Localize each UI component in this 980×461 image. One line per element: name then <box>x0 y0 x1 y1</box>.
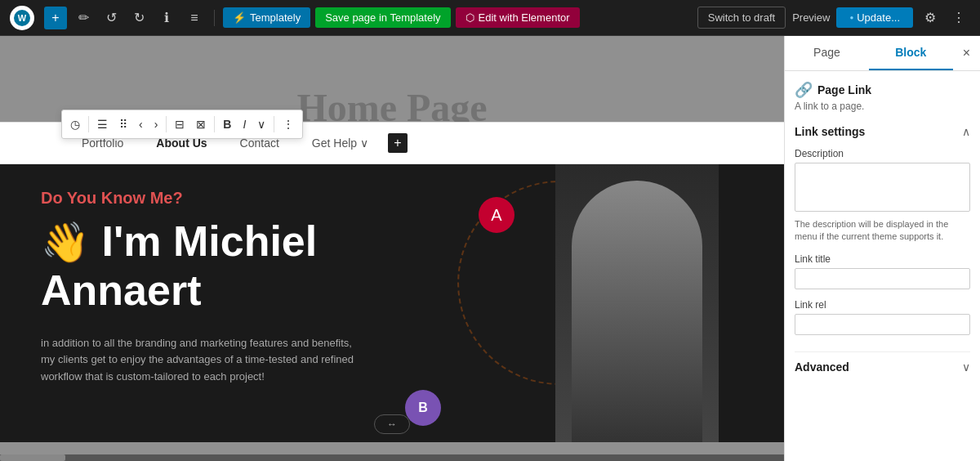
toolbar-options-btn[interactable]: ⋮ <box>278 114 299 134</box>
hero-name-line1: I'm Michiel <box>101 217 317 265</box>
toolbar-bold-btn[interactable]: B <box>218 114 236 134</box>
link-rel-label: Link rel <box>795 299 970 311</box>
tb-sep-2 <box>166 116 167 132</box>
redo-button[interactable]: ↻ <box>127 7 150 29</box>
settings-button[interactable]: ⚙ <box>920 7 941 29</box>
scroll-indicator[interactable]: ↔ <box>374 414 410 434</box>
top-bar-right: Switch to draft Preview Update... ⚙ ⋮ <box>697 7 970 29</box>
list-button[interactable]: ≡ <box>183 7 206 29</box>
link-settings-section: Link settings ∧ Description The descript… <box>795 125 970 345</box>
expand-advanced-icon[interactable]: ∨ <box>962 360 970 374</box>
person-silhouette <box>572 181 702 442</box>
link-settings-header: Link settings ∧ <box>795 125 970 138</box>
page-link-icon: 🔗 <box>795 81 813 99</box>
toolbar-next-btn[interactable]: › <box>149 114 163 134</box>
toolbar-unlink-btn[interactable]: ⊠ <box>191 114 211 134</box>
tab-page[interactable]: Page <box>785 36 869 70</box>
tab-block[interactable]: Block <box>869 36 953 70</box>
toolbar-prev-btn[interactable]: ‹ <box>134 114 148 134</box>
tb-sep-4 <box>274 116 274 132</box>
top-bar: + ✏ ↺ ↻ ℹ ≡ ⚡ Templately Save page in Te… <box>0 0 980 36</box>
page-link-title: Page Link <box>817 83 871 96</box>
toolbar-drag-btn[interactable]: ⠿ <box>114 114 132 134</box>
toolbar-link-btn[interactable]: ⊟ <box>170 114 189 134</box>
toolbar-info-btn[interactable]: ◷ <box>65 114 85 134</box>
toolbar-italic-btn[interactable]: I <box>238 114 251 134</box>
editor-area: ◷ ☰ ⠿ ‹ › ⊟ ⊠ B I ∨ ⋮ Home Page Portfoli… <box>0 36 784 461</box>
collapse-icon[interactable]: ∧ <box>962 125 970 138</box>
panel-body: 🔗 Page Link A link to a page. Link setti… <box>785 71 980 461</box>
page-link-title-row: 🔗 Page Link <box>795 81 970 99</box>
undo-button[interactable]: ↺ <box>100 7 122 29</box>
bootstrap-icon: B <box>405 390 441 426</box>
toolbar-more-btn[interactable]: ∨ <box>252 114 270 134</box>
advanced-label: Advanced <box>795 360 849 374</box>
tb-sep-3 <box>214 116 215 132</box>
more-options-button[interactable]: ⋮ <box>947 7 970 29</box>
preview-button[interactable]: Preview <box>792 11 830 24</box>
pencil-button[interactable]: ✏ <box>72 7 95 29</box>
wp-logo[interactable] <box>10 6 34 30</box>
scroll-thumb[interactable] <box>0 454 65 461</box>
separator-1 <box>214 10 215 26</box>
nav-item-help[interactable]: Get Help ∨ <box>296 137 385 150</box>
wp-logo-icon <box>14 10 30 26</box>
page-canvas: Home Page Portfolio About Us Contact Get… <box>0 36 784 461</box>
toolbar-list-btn[interactable]: ☰ <box>92 114 113 134</box>
angular-icon: A <box>479 197 514 233</box>
person-image <box>555 164 719 442</box>
add-button[interactable]: + <box>44 7 67 29</box>
hero-name-line2: Annaert <box>41 266 201 314</box>
description-textarea[interactable] <box>795 163 970 212</box>
nav-add-button[interactable]: + <box>388 133 408 153</box>
templately-icon: ⚡ <box>233 11 246 24</box>
description-label: Description <box>795 148 970 159</box>
advanced-section: Advanced ∨ <box>795 351 970 382</box>
main-layout: ◷ ☰ ⠿ ‹ › ⊟ ⊠ B I ∨ ⋮ Home Page Portfoli… <box>0 36 980 461</box>
link-rel-input[interactable] <box>795 314 970 335</box>
link-title-input[interactable] <box>795 268 970 289</box>
panel-close-button[interactable]: × <box>953 39 980 67</box>
link-title-label: Link title <box>795 253 970 265</box>
hero-description: in addition to all the branding and mark… <box>41 335 368 386</box>
page-link-section: 🔗 Page Link A link to a page. <box>795 81 970 112</box>
horizontal-scrollbar[interactable] <box>0 454 784 461</box>
right-panel: Page Block × 🔗 Page Link A link to a pag… <box>784 36 980 461</box>
tb-sep-1 <box>88 116 89 132</box>
link-settings-title: Link settings <box>795 125 865 138</box>
panel-tabs: Page Block × <box>785 36 980 71</box>
switch-draft-button[interactable]: Switch to draft <box>697 7 786 29</box>
scroll-arrow: ↔ <box>387 418 397 430</box>
hero-section: Do You Know Me? 👋 I'm Michiel Annaert in… <box>0 164 784 442</box>
templately-button[interactable]: ⚡ Templately <box>223 7 310 28</box>
save-templately-button[interactable]: Save page in Templately <box>315 7 450 28</box>
info-button[interactable]: ℹ <box>155 7 178 29</box>
elementor-icon: ⬡ <box>466 11 474 24</box>
edit-elementor-button[interactable]: ⬡ Edit with Elementor <box>456 7 580 28</box>
page-link-desc: A link to a page. <box>795 101 970 112</box>
description-hint: The description will be displayed in the… <box>795 218 970 244</box>
block-toolbar: ◷ ☰ ⠿ ‹ › ⊟ ⊠ B I ∨ ⋮ <box>61 110 303 139</box>
update-button[interactable]: Update... <box>836 7 913 28</box>
wave-emoji: 👋 <box>41 221 90 264</box>
